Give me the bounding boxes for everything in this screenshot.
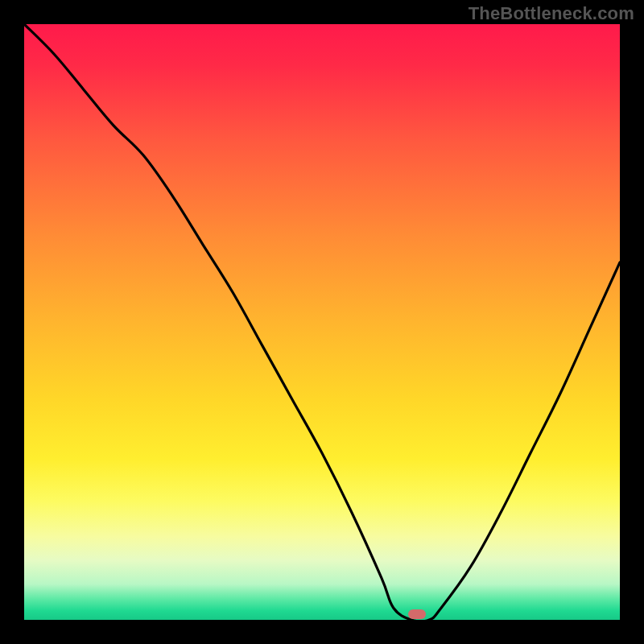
optimal-point-marker xyxy=(408,609,426,619)
bottleneck-curve xyxy=(24,24,620,620)
watermark-text: TheBottleneck.com xyxy=(469,3,634,24)
chart-frame: TheBottleneck.com xyxy=(0,0,644,644)
plot-area xyxy=(24,24,620,620)
